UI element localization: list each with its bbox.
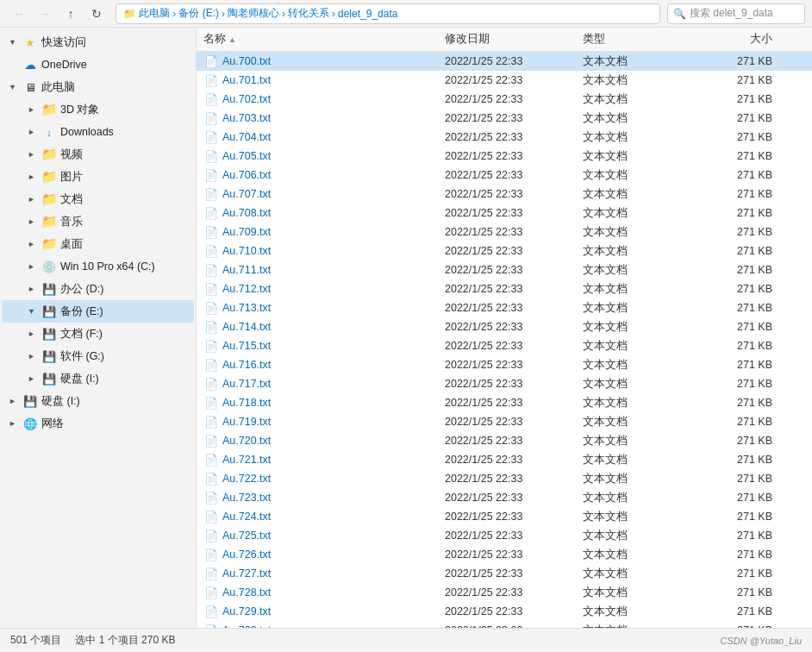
sidebar-item-downloads[interactable]: ► ↓ Downloads <box>2 121 194 143</box>
forward-button[interactable]: → <box>33 2 57 26</box>
table-row[interactable]: 📄 Au.704.txt 2022/1/25 22:33 文本文档 271 KB <box>197 128 812 147</box>
sidebar-item-music[interactable]: ► 📁 音乐 <box>2 210 194 233</box>
up-button[interactable]: ↑ <box>59 2 83 26</box>
table-row[interactable]: 📄 Au.728.txt 2022/1/25 22:33 文本文档 271 KB <box>197 583 812 602</box>
crumb-teacher[interactable]: 陶老师核心 <box>228 6 279 21</box>
search-box[interactable]: 🔍 搜索 delet_9_data <box>667 3 805 24</box>
sidebar-item-win-c[interactable]: ► 💿 Win 10 Pro x64 (C:) <box>2 255 194 278</box>
crumb-current[interactable]: delet_9_data <box>338 8 397 20</box>
drive-f-icon: 💾 <box>41 326 57 342</box>
file-list: 📄 Au.700.txt 2022/1/25 22:33 文本文档 271 KB… <box>197 52 812 628</box>
table-row[interactable]: 📄 Au.703.txt 2022/1/25 22:33 文本文档 271 KB <box>197 109 812 128</box>
sidebar-item-disk-i2[interactable]: ► 💾 硬盘 (I:) <box>2 390 194 412</box>
table-row[interactable]: 📄 Au.702.txt 2022/1/25 22:33 文本文档 271 KB <box>197 90 812 109</box>
sidebar-item-desktop[interactable]: ► 📁 桌面 <box>2 233 194 255</box>
file-name: Au.708.txt <box>222 207 445 219</box>
table-row[interactable]: 📄 Au.721.txt 2022/1/25 22:33 文本文档 271 KB <box>197 450 812 469</box>
crumb-transform[interactable]: 转化关系 <box>288 6 329 21</box>
file-date: 2022/1/25 22:33 <box>445 150 583 162</box>
crumb-backup[interactable]: 备份 (E:) <box>178 6 219 21</box>
sidebar-item-software-g[interactable]: ► 💾 软件 (G:) <box>2 345 194 367</box>
file-txt-icon: 📄 <box>203 129 219 145</box>
file-name: Au.701.txt <box>222 74 445 86</box>
table-row[interactable]: 📄 Au.701.txt 2022/1/25 22:33 文本文档 271 KB <box>197 71 812 90</box>
sidebar-item-documents[interactable]: ► 📁 文档 <box>2 188 194 210</box>
table-row[interactable]: 📄 Au.716.txt 2022/1/25 22:33 文本文档 271 KB <box>197 355 812 374</box>
file-size: 271 KB <box>686 207 772 219</box>
table-row[interactable]: 📄 Au.722.txt 2022/1/25 22:33 文本文档 271 KB <box>197 469 812 488</box>
table-row[interactable]: 📄 Au.711.txt 2022/1/25 22:33 文本文档 271 KB <box>197 260 812 279</box>
back-button[interactable]: ← <box>7 2 31 26</box>
file-date: 2022/1/25 22:33 <box>445 511 583 523</box>
table-row[interactable]: 📄 Au.714.txt 2022/1/25 22:33 文本文档 271 KB <box>197 317 812 336</box>
sidebar-item-pictures[interactable]: ► 📁 图片 <box>2 166 194 188</box>
sidebar-label-disk-i2: 硬盘 (I:) <box>41 394 80 409</box>
statusbar-left: 501 个项目 选中 1 个项目 270 KB <box>10 633 175 648</box>
table-row[interactable]: 📄 Au.705.txt 2022/1/25 22:33 文本文档 271 KB <box>197 147 812 166</box>
file-type: 文本文档 <box>583 377 686 392</box>
col-header-date[interactable]: 修改日期 <box>445 32 583 47</box>
table-row[interactable]: 📄 Au.726.txt 2022/1/25 22:33 文本文档 271 KB <box>197 545 812 564</box>
col-header-name[interactable]: 名称 ▲ <box>203 32 445 47</box>
sidebar-item-network[interactable]: ► 🌐 网络 <box>2 412 194 435</box>
file-name: Au.723.txt <box>222 492 445 504</box>
sidebar-item-docs-f[interactable]: ► 💾 文档 (F:) <box>2 323 194 345</box>
file-type: 文本文档 <box>583 415 686 429</box>
file-type: 文本文档 <box>583 130 686 145</box>
file-type: 文本文档 <box>583 320 686 335</box>
sidebar-item-quick-access[interactable]: ▼ ★ 快速访问 <box>2 31 194 53</box>
table-row[interactable]: 📄 Au.713.txt 2022/1/25 22:33 文本文档 271 KB <box>197 298 812 317</box>
table-row[interactable]: 📄 Au.723.txt 2022/1/25 22:33 文本文档 271 KB <box>197 488 812 507</box>
file-txt-icon: 📄 <box>203 604 219 619</box>
file-txt-icon: 📄 <box>203 509 219 524</box>
crumb-pc[interactable]: 此电脑 <box>139 6 170 21</box>
sidebar-item-backup-e[interactable]: ▼ 💾 备份 (E:) <box>2 300 194 323</box>
table-row[interactable]: 📄 Au.707.txt 2022/1/25 22:33 文本文档 271 KB <box>197 185 812 204</box>
table-row[interactable]: 📄 Au.725.txt 2022/1/25 22:33 文本文档 271 KB <box>197 526 812 545</box>
table-row[interactable]: 📄 Au.706.txt 2022/1/25 22:33 文本文档 271 KB <box>197 166 812 185</box>
table-row[interactable]: 📄 Au.729.txt 2022/1/25 22:33 文本文档 271 KB <box>197 602 812 621</box>
sidebar-item-3d-objects[interactable]: ► 📁 3D 对象 <box>2 98 194 121</box>
table-row[interactable]: 📄 Au.700.txt 2022/1/25 22:33 文本文档 271 KB <box>197 52 812 71</box>
sidebar-item-office-d[interactable]: ► 💾 办公 (D:) <box>2 278 194 300</box>
file-date: 2022/1/25 22:33 <box>445 605 583 618</box>
table-row[interactable]: 📄 Au.715.txt 2022/1/25 22:33 文本文档 271 KB <box>197 336 812 355</box>
sidebar-label-desktop: 桌面 <box>60 237 83 252</box>
statusbar: 501 个项目 选中 1 个项目 270 KB CSDN @Yutao_Liu <box>0 628 812 652</box>
table-row[interactable]: 📄 Au.718.txt 2022/1/25 22:33 文本文档 271 KB <box>197 393 812 412</box>
table-row[interactable]: 📄 Au.710.txt 2022/1/25 22:33 文本文档 271 KB <box>197 241 812 260</box>
col-name-sort-icon: ▲ <box>228 35 236 44</box>
file-date: 2022/1/25 22:33 <box>445 530 583 542</box>
file-date: 2022/1/25 22:33 <box>445 340 583 352</box>
table-row[interactable]: 📄 Au.727.txt 2022/1/25 22:33 文本文档 271 KB <box>197 564 812 583</box>
table-row[interactable]: 📄 Au.724.txt 2022/1/25 22:33 文本文档 271 KB <box>197 507 812 526</box>
table-row[interactable]: 📄 Au.709.txt 2022/1/25 22:33 文本文档 271 KB <box>197 223 812 241</box>
file-type: 文本文档 <box>583 472 686 486</box>
table-row[interactable]: 📄 Au.717.txt 2022/1/25 22:33 文本文档 271 KB <box>197 374 812 393</box>
table-row[interactable]: 📄 Au.708.txt 2022/1/25 22:33 文本文档 271 KB <box>197 204 812 223</box>
file-size: 271 KB <box>686 264 772 276</box>
expand-icon-software-g: ► <box>28 352 41 360</box>
sidebar-item-disk-i1[interactable]: ► 💾 硬盘 (I:) <box>2 367 194 390</box>
table-row[interactable]: 📄 Au.720.txt 2022/1/25 22:33 文本文档 271 KB <box>197 431 812 450</box>
file-name: Au.703.txt <box>222 112 445 124</box>
folder-music-icon: 📁 <box>41 214 57 229</box>
file-name: Au.709.txt <box>222 226 445 238</box>
file-date: 2022/1/25 22:33 <box>445 321 583 333</box>
col-header-type[interactable]: 类型 <box>583 32 686 47</box>
table-row[interactable]: 📄 Au.730.txt 2022/1/25 22:33 文本文档 271 KB <box>197 621 812 628</box>
col-size-label: 大小 <box>750 32 772 47</box>
file-size: 271 KB <box>686 188 772 200</box>
sidebar-item-videos[interactable]: ► 📁 视频 <box>2 143 194 166</box>
table-row[interactable]: 📄 Au.719.txt 2022/1/25 22:33 文本文档 271 KB <box>197 412 812 431</box>
col-header-size[interactable]: 大小 <box>686 32 772 47</box>
file-type: 文本文档 <box>583 225 686 240</box>
table-row[interactable]: 📄 Au.712.txt 2022/1/25 22:33 文本文档 271 KB <box>197 279 812 298</box>
sidebar-item-onedrive[interactable]: ☁ OneDrive <box>2 53 194 76</box>
refresh-button[interactable]: ↻ <box>84 2 109 26</box>
file-date: 2022/1/25 22:33 <box>445 359 583 371</box>
address-bar[interactable]: 📁 此电脑 › 备份 (E:) › 陶老师核心 › 转化关系 › delet_9… <box>116 3 660 24</box>
sidebar-item-this-pc[interactable]: ▼ 🖥 此电脑 <box>2 76 194 98</box>
file-name: Au.727.txt <box>222 567 445 580</box>
folder-documents-icon: 📁 <box>41 191 57 207</box>
